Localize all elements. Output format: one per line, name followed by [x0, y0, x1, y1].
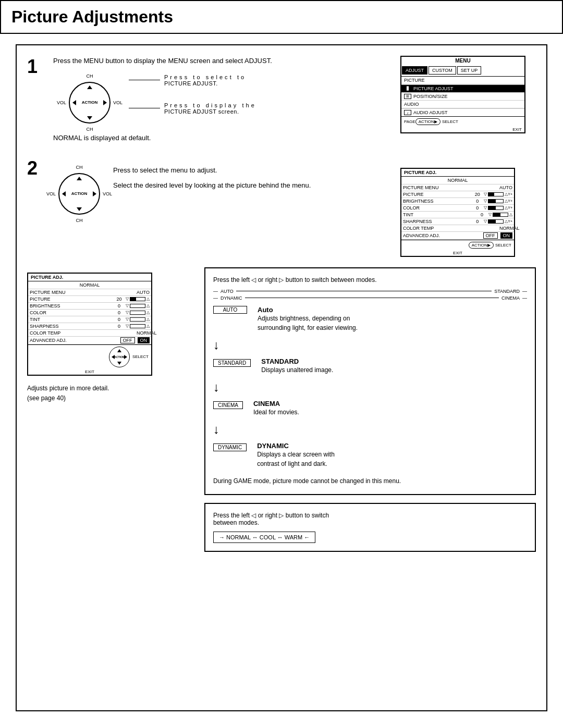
menu-page-label: PAGE: [404, 119, 415, 124]
pic-adj-brightness-1: BRIGHTNESS 0 ▽ △ Y+: [401, 198, 514, 205]
step1-content: Press the MENU button to display the MEN…: [53, 56, 536, 147]
bottom-right: Press the left ◁ or right ▷ button to sw…: [204, 267, 536, 552]
remote-vol-left: VOL: [57, 100, 66, 105]
audio-adjust-icon: ♪: [404, 110, 411, 115]
page-footer: 38: [0, 722, 563, 728]
pic-adj-advanced-1: ADVANCED ADJ. OFF ON: [401, 232, 514, 240]
menu-tab-custom: CUSTOM: [429, 66, 456, 75]
remote-arrow-right: [103, 100, 107, 105]
bottom-section: PICTURE ADJ. NORMAL PICTURE MENU AUTO PI…: [27, 267, 536, 552]
mode-dynamic-desc: Displays a clear screen withcontrast of …: [257, 450, 335, 468]
remote2-ch-bottom: CH: [76, 218, 83, 223]
pic-adj-colortemp-1: COLOR TEMP NORMAL: [401, 225, 514, 232]
remote-arrow-up: [87, 85, 92, 89]
pic-adj-bar-sharpness: [488, 219, 504, 224]
pic-adj-exit-1: EXIT: [401, 250, 514, 256]
step2-row: 2 ACTION CH CH: [27, 157, 536, 257]
mode-standard-title: STANDARD: [261, 357, 333, 365]
step1-left: Press the MENU button to display the MEN…: [53, 56, 390, 147]
callout2: P r e s s t o d i s p l a y t h e PICTUR…: [129, 102, 254, 115]
small-remote-down: [117, 362, 121, 365]
small-remote-up: [117, 349, 121, 352]
menu-select-label: SELECT: [442, 119, 458, 124]
step2-instruction1: Press to select the menu to adjust.: [113, 165, 311, 176]
menu-tab-setup: SET UP: [457, 66, 481, 75]
remote-arrow-down: [87, 116, 92, 120]
pic-adj-picture-menu-2: PICTURE MENU AUTO: [28, 289, 151, 296]
pic-adj-footer-1: ACTION▶ SELECT: [401, 240, 514, 250]
title-bar: Picture Adjustments: [0, 0, 563, 34]
menu-section-audio: AUDIO: [401, 100, 524, 108]
off-button-2: OFF: [120, 337, 135, 343]
mode-dynamic: DYNAMIC DYNAMIC Displays a clear screen …: [213, 442, 527, 468]
pic-adj-table-2: PICTURE ADJ. NORMAL PICTURE MENU AUTO PI…: [27, 273, 152, 376]
remote2-ch-top: CH: [76, 165, 83, 170]
remote-vol-right: VOL: [113, 100, 123, 105]
pic-adj-sharpness-1: SHARPNESS 0 ▽ △ Y+: [401, 218, 514, 225]
pic-adj-onoff-2: OFF ON: [120, 337, 150, 343]
mode-cinema-title: CINEMA: [253, 400, 299, 408]
remote-ch-bottom: CH: [87, 127, 93, 132]
off-button: OFF: [483, 232, 498, 239]
pic-adj-bar-brightness: [488, 199, 504, 203]
step1-menu-screen: MENU ADJUST CUSTOM SET UP PICTURE ▊ PICT…: [400, 56, 536, 147]
pic-adj-bar-tint-2: [130, 317, 145, 322]
small-remote-left: [112, 355, 115, 359]
main-content: 1 Press the MENU button to display the M…: [16, 44, 547, 711]
menu-tab-adjust: ADJUST: [402, 66, 427, 75]
mode-auto-title: Auto: [258, 306, 358, 314]
remote-diagram-1: ACTION CH CH VOL VOL: [69, 82, 111, 124]
pic-adj-header-2: PICTURE ADJ.: [28, 274, 151, 281]
pic-adj-color-1: COLOR 0 ▽ △ Y+: [401, 205, 514, 212]
pic-adj-bar-picture: [488, 192, 504, 196]
pic-adj-normal-1: NORMAL: [401, 177, 514, 184]
menu-item-position-size: ⊞ POSITION/SIZE: [401, 92, 524, 100]
remote-diagram-2: ACTION CH CH VOL VOL: [58, 173, 100, 215]
mode-dynamic-badge: DYNAMIC: [213, 443, 247, 451]
remote-ch-top: CH: [87, 73, 93, 79]
pic-adj-advanced-2: ADVANCED ADJ. OFF ON: [28, 337, 151, 344]
callout2-line2: PICTURE ADJUST screen.: [164, 108, 254, 115]
menu-section-picture: PICTURE: [401, 77, 524, 84]
on-button-2: ON: [138, 337, 150, 343]
pic-adj-header-1: PICTURE ADJ.: [401, 169, 514, 177]
pic-adj-bar-brightness-2: [130, 304, 145, 308]
small-remote-action: ACTION: [114, 355, 124, 359]
small-remote-right: [124, 355, 127, 359]
down-arrow-3: ↓: [213, 422, 527, 437]
pic-adj-tint-1: TINT 0 ▽ △: [401, 212, 514, 218]
bottom-left-note: Adjusts picture in more detail. (see pag…: [27, 384, 194, 403]
step2-instruction2: Select the desired level by looking at t…: [113, 180, 311, 191]
callout1-line: [129, 80, 160, 80]
callout1-line1: P r e s s t o s e l e c t t o: [164, 74, 244, 80]
callout1: P r e s s t o s e l e c t t o PICTURE AD…: [129, 74, 254, 87]
down-arrow-1: ↓: [213, 338, 527, 352]
mode-standard-badge: STANDARD: [213, 359, 251, 367]
pic-adj-color-2: COLOR 0 ▽ △: [28, 310, 151, 316]
callout1-line2: PICTURE ADJUST.: [164, 80, 244, 87]
page-title: Picture Adjustments: [11, 7, 173, 26]
remote2-vol-right: VOL: [103, 191, 112, 196]
mode-auto-badge: AUTO: [213, 306, 247, 314]
pic-adj-footer-2: ACTION SELECT: [28, 344, 151, 369]
pic-adj-normal-2: NORMAL: [28, 281, 151, 289]
mode-standard: STANDARD STANDARD Displays unaltered ima…: [213, 357, 527, 375]
mode-intro: Press the left ◁ or right ▷ button to sw…: [213, 276, 527, 283]
step1-number: 1: [27, 56, 45, 78]
mode-standard-desc: Displays unaltered image.: [261, 365, 333, 375]
color-temp-box: Press the left ◁ or right ▷ button to sw…: [204, 503, 536, 552]
menu-screen-diagram: MENU ADJUST CUSTOM SET UP PICTURE ▊ PICT…: [400, 56, 525, 133]
mode-line-1: — AUTO STANDARD —: [213, 289, 527, 294]
callout2-line: [129, 108, 160, 108]
color-temp-intro: Press the left ◁ or right ▷ button to sw…: [213, 512, 527, 526]
pic-adj-exit-2: EXIT: [28, 369, 151, 375]
pic-adj-brightness-2: BRIGHTNESS 0 ▽ △: [28, 303, 151, 310]
pic-adj-tint-2: TINT 0 ▽ △: [28, 316, 151, 323]
normal-text: NORMAL is displayed at default.: [53, 134, 390, 142]
pic-adj-select-label-2: SELECT: [132, 354, 149, 359]
game-note: During GAME mode, picture mode cannot be…: [213, 476, 527, 486]
step1-instruction: Press the MENU button to display the MEN…: [53, 56, 390, 66]
remote2-arrow-right: [93, 191, 96, 196]
pic-adj-onoff: OFF ON: [483, 232, 513, 239]
menu-title: MENU: [401, 57, 524, 65]
